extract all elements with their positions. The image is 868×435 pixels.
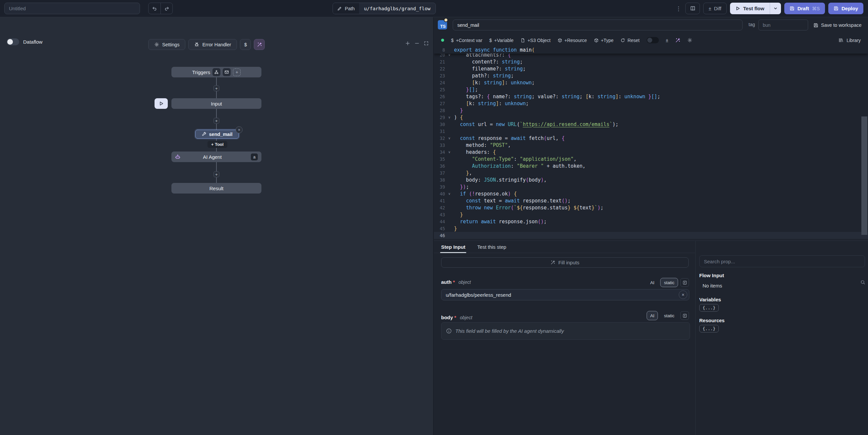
input-node[interactable]: Input [172, 98, 261, 109]
save-to-workspace-button[interactable]: Save to workspace [813, 21, 862, 30]
diff-button[interactable]: ± Diff [703, 3, 726, 14]
code-line-42[interactable]: 42 throw new Error(`${response.status} $… [434, 204, 868, 211]
code-line-34[interactable]: 34∨ headers: { [434, 149, 868, 155]
auth-mode-ai-button[interactable]: AI [647, 278, 658, 287]
code-scrollbar-thumb[interactable] [861, 117, 867, 235]
email-trigger-icon[interactable] [223, 68, 231, 76]
kebab-icon: ⋮ [676, 5, 681, 12]
code-line-26[interactable]: 26 tags?: { name?: string; value?: strin… [434, 93, 868, 100]
add-resource-button[interactable]: +Resource [558, 38, 587, 43]
tab-step-input[interactable]: Step Input [441, 241, 465, 253]
code-line-46[interactable]: 46 [434, 232, 868, 239]
zoom-out-icon[interactable] [414, 41, 420, 46]
docs-button[interactable] [685, 3, 700, 14]
diff-mode-icon[interactable]: ± [666, 38, 669, 43]
settings-button[interactable]: Settings [148, 39, 185, 50]
fold-icon[interactable]: ∨ [447, 150, 452, 154]
clear-auth-button[interactable]: × [679, 290, 687, 299]
code-line-44[interactable]: 44 return await response.json(); [434, 218, 868, 225]
library-button[interactable]: Library [839, 38, 861, 43]
code-text: headers: { [454, 149, 496, 155]
assistant-toggle[interactable] [647, 37, 659, 43]
fold-icon[interactable]: ∨ [447, 192, 452, 195]
add-variable-button[interactable]: $ +Variable [489, 38, 514, 43]
code-line-30[interactable]: 30 const url = new URL(`https://api.rese… [434, 121, 868, 128]
send-mail-tool-node[interactable]: send_mail [195, 130, 239, 138]
code-line-37[interactable]: 37 }, [434, 169, 868, 176]
dataflow-toggle[interactable] [7, 38, 19, 45]
code-line-43[interactable]: 43 } [434, 211, 868, 218]
fill-inputs-button[interactable]: Fill inputs [441, 257, 689, 268]
dollar-button[interactable]: $ [240, 39, 251, 50]
code-line-25[interactable]: 25 }[]; [434, 86, 868, 93]
code-line-41[interactable]: 41 const text = await response.text(); [434, 197, 868, 204]
auth-mode-static-button[interactable]: static [660, 278, 678, 287]
add-trigger-button[interactable]: + [233, 68, 241, 76]
more-menu-button[interactable]: ⋮ [675, 5, 682, 12]
sticky-line-text: export async function main( [454, 47, 535, 53]
code-line-29[interactable]: 29∨) { [434, 114, 868, 121]
add-s3-object-button[interactable]: +S3 Object [521, 38, 551, 43]
code-line-32[interactable]: 32∨ const response = await fetch(url, { [434, 135, 868, 142]
webhook-trigger-icon[interactable] [212, 68, 220, 76]
path-value: u/farhadglbs/grand_flow [359, 3, 435, 14]
fit-view-icon[interactable] [424, 41, 429, 46]
tag-input[interactable] [758, 20, 808, 30]
body-expression-button[interactable] [680, 311, 689, 320]
fold-icon[interactable]: ∨ [447, 136, 452, 140]
result-node[interactable]: Result [172, 183, 261, 193]
insert-step-button-3[interactable]: + [213, 172, 219, 177]
triggers-node[interactable]: Triggers + [172, 67, 261, 77]
search-icon[interactable] [860, 280, 865, 285]
code-line-33[interactable]: 33 method: "POST", [434, 142, 868, 149]
editor-settings-gear-icon[interactable] [687, 38, 692, 43]
body-mode-ai-button[interactable]: AI [647, 311, 658, 320]
tab-test-this-step[interactable]: Test this step [477, 241, 506, 253]
test-flow-button[interactable]: Test flow [730, 3, 781, 14]
run-input-button[interactable] [155, 98, 168, 109]
prop-search-input[interactable] [699, 255, 865, 267]
code-line-22[interactable]: 22 filename?: string; [434, 65, 868, 72]
insert-step-button-1[interactable]: + [213, 85, 219, 91]
ai-wand-button[interactable] [254, 39, 265, 50]
code-line-31[interactable]: 31 [434, 128, 868, 135]
add-context-var-button[interactable]: $ +Context var [451, 38, 483, 43]
insert-step-button-2[interactable]: + [213, 118, 219, 124]
remove-tool-button[interactable]: × [236, 126, 243, 133]
code-line-28[interactable]: 28 } [434, 107, 868, 114]
test-flow-main[interactable]: Test flow [730, 3, 770, 14]
auth-resource-input[interactable] [441, 289, 689, 300]
code-line-27[interactable]: 27 [k: string]: unknown; [434, 100, 868, 107]
code-area[interactable]: 8 export async function main( 20∨ attach… [434, 46, 868, 241]
undo-button[interactable] [149, 3, 160, 14]
code-line-24[interactable]: 24 [k: string]: unknown; [434, 79, 868, 86]
reset-code-button[interactable]: Reset [620, 38, 640, 43]
step-name-input[interactable] [453, 20, 743, 30]
redo-button[interactable] [160, 3, 173, 14]
flow-summary-input[interactable] [4, 3, 140, 14]
body-mode-static-button[interactable]: static [660, 311, 678, 320]
deploy-button[interactable]: Deploy [828, 3, 863, 14]
resources-object-badge[interactable]: {...} [699, 325, 719, 333]
code-line-21[interactable]: 21 content?: string; [434, 58, 868, 65]
code-line-38[interactable]: 38 body: JSON.stringify(body), [434, 176, 868, 183]
auth-expression-button[interactable] [680, 278, 689, 287]
fold-icon[interactable]: ∨ [447, 116, 452, 119]
test-flow-dropdown[interactable] [770, 3, 781, 14]
add-tool-button[interactable]: + Tool [208, 141, 227, 148]
code-line-45[interactable]: 45} [434, 225, 868, 232]
flow-path-chip[interactable]: Path u/farhadglbs/grand_flow [333, 3, 436, 14]
code-line-35[interactable]: 35 "Content-Type": "application/json", [434, 155, 868, 162]
code-line-39[interactable]: 39 }); [434, 183, 868, 190]
error-handler-button[interactable]: Error Handler [188, 39, 237, 50]
variables-object-badge[interactable]: {...} [699, 304, 719, 312]
code-line-36[interactable]: 36 Authorization: "Bearer " + auth.token… [434, 162, 868, 169]
zoom-in-icon[interactable] [405, 41, 410, 46]
code-line-40[interactable]: 40∨ if (!response.ok) { [434, 190, 868, 197]
ai-gen-wand-icon[interactable] [675, 38, 680, 43]
line-number: 46 [434, 233, 445, 238]
draft-button[interactable]: Draft ⌘S [784, 3, 825, 14]
code-line-23[interactable]: 23 path?: string; [434, 72, 868, 79]
add-type-button[interactable]: +Type [594, 38, 614, 43]
ai-agent-node[interactable]: AI Agent a [172, 152, 261, 162]
